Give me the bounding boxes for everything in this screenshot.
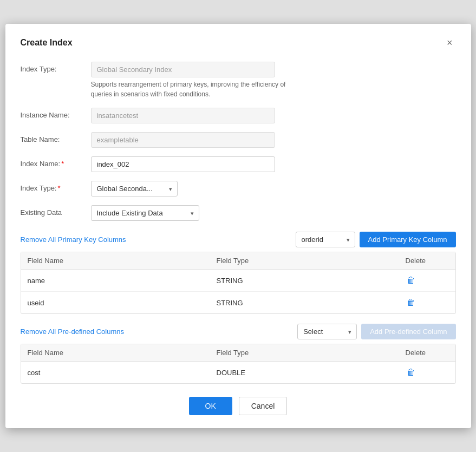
table-row: name STRING 🗑: [21, 270, 455, 292]
primary-key-section-actions: Remove All Primary Key Columns orderid ▾…: [21, 232, 456, 247]
table-name-field: exampletable: [91, 132, 275, 148]
pk-row1-trash-icon: 🗑: [407, 276, 415, 285]
existing-data-content: Include Existing Data ▾: [91, 205, 456, 221]
pk-row2-field-name: useid: [28, 299, 217, 307]
table-row: cost DOUBLE 🗑: [21, 362, 455, 383]
table-name-label: Table Name:: [21, 132, 91, 143]
table-name-row: Table Name: exampletable: [21, 132, 456, 148]
predefined-table: Field Name Field Type Delete cost DOUBLE…: [21, 344, 456, 384]
primary-key-table-header: Field Name Field Type Delete: [21, 252, 455, 270]
existing-data-label: Existing Data: [21, 205, 91, 217]
instance-name-label: Instance Name:: [21, 108, 91, 119]
pk-row1-delete-button[interactable]: 🗑: [406, 274, 416, 286]
cancel-button[interactable]: Cancel: [239, 397, 288, 415]
pk-row2-field-type: STRING: [217, 299, 406, 307]
ok-button[interactable]: OK: [189, 397, 232, 415]
predefined-column-select[interactable]: Select: [297, 324, 357, 339]
pk-header-field-name: Field Name: [28, 257, 217, 265]
dialog-title: Create Index: [21, 38, 73, 48]
existing-data-row: Existing Data Include Existing Data ▾: [21, 205, 456, 221]
index-name-required: *: [61, 160, 64, 168]
close-button[interactable]: ×: [444, 37, 456, 49]
pk-header-delete: Delete: [406, 257, 449, 265]
remove-all-predefined-button[interactable]: Remove All Pre-defined Columns: [21, 327, 124, 336]
index-name-content: [91, 156, 456, 172]
index-type-select-wrapper: Global Seconda... ▾: [91, 181, 178, 196]
instance-name-content: insatancetest: [91, 108, 456, 123]
index-type-select[interactable]: Global Seconda...: [91, 181, 178, 196]
pd-header-field-name: Field Name: [28, 349, 217, 357]
pk-row2-delete-cell: 🗑: [406, 297, 449, 309]
existing-data-select-wrapper: Include Existing Data ▾: [91, 205, 199, 221]
predefined-section-actions: Remove All Pre-defined Columns Select ▾ …: [21, 324, 456, 339]
instance-name-row: Instance Name: insatancetest: [21, 108, 456, 123]
index-type-readonly-field: Global Secondary Index: [91, 62, 275, 77]
predefined-actions-right: Select ▾ Add Pre-defined Column: [297, 324, 455, 339]
index-type-select-label: Index Type:*: [21, 181, 91, 192]
pk-row2-delete-button[interactable]: 🗑: [406, 297, 416, 309]
index-type-description: Supports rearrangement of primary keys, …: [91, 80, 297, 99]
predefined-table-header: Field Name Field Type Delete: [21, 344, 455, 362]
pk-row2-trash-icon: 🗑: [407, 298, 415, 307]
table-row: useid STRING 🗑: [21, 292, 455, 313]
index-type-select-row: Index Type:* Global Seconda... ▾: [21, 181, 456, 196]
pd-row1-field-type: DOUBLE: [217, 369, 406, 377]
table-name-content: exampletable: [91, 132, 456, 148]
index-name-input[interactable]: [91, 156, 275, 172]
pk-row1-field-name: name: [28, 277, 217, 285]
add-primary-key-column-button[interactable]: Add Primary Key Column: [360, 232, 456, 247]
pd-row1-delete-cell: 🗑: [406, 366, 449, 378]
index-name-row: Index Name:*: [21, 156, 456, 172]
pd-row1-field-name: cost: [28, 369, 217, 377]
index-type-select-content: Global Seconda... ▾: [91, 181, 456, 196]
dialog-footer: OK Cancel: [21, 397, 456, 415]
primary-key-table: Field Name Field Type Delete name STRING…: [21, 252, 456, 314]
existing-data-select[interactable]: Include Existing Data: [91, 205, 199, 221]
create-index-dialog: Create Index × Index Type: Global Second…: [5, 24, 471, 428]
primary-key-actions-right: orderid ▾ Add Primary Key Column: [296, 232, 456, 247]
dialog-header: Create Index ×: [21, 37, 456, 49]
index-type-display-label: Index Type:: [21, 62, 91, 73]
pd-row1-delete-button[interactable]: 🗑: [406, 366, 416, 378]
index-type-display-content: Global Secondary Index Supports rearrang…: [91, 62, 456, 99]
pk-row1-field-type: STRING: [217, 277, 406, 285]
instance-name-field: insatancetest: [91, 108, 275, 123]
pd-header-field-type: Field Type: [217, 349, 406, 357]
pk-row1-delete-cell: 🗑: [406, 274, 449, 286]
index-type-display-row: Index Type: Global Secondary Index Suppo…: [21, 62, 456, 99]
primary-key-column-select[interactable]: orderid: [296, 232, 355, 247]
index-name-label: Index Name:*: [21, 156, 91, 168]
remove-all-primary-key-button[interactable]: Remove All Primary Key Columns: [21, 235, 126, 244]
add-predefined-column-button: Add Pre-defined Column: [361, 324, 455, 339]
primary-key-dropdown-wrapper: orderid ▾: [296, 232, 355, 247]
predefined-dropdown-wrapper: Select ▾: [297, 324, 357, 339]
pd-row1-trash-icon: 🗑: [407, 368, 415, 377]
pd-header-delete: Delete: [406, 349, 449, 357]
pk-header-field-type: Field Type: [217, 257, 406, 265]
